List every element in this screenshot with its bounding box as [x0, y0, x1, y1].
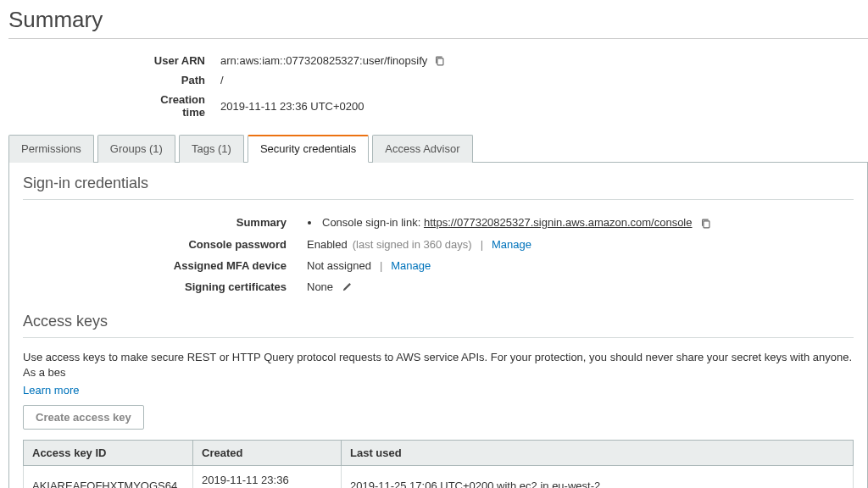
- cred-row-console-password: Console password Enabled (last signed in…: [150, 234, 854, 255]
- divider: [23, 337, 854, 338]
- cred-label-console-password: Console password: [150, 238, 307, 251]
- pencil-icon[interactable]: [342, 281, 353, 292]
- meta-label-path: Path: [136, 74, 220, 86]
- tab-groups[interactable]: Groups (1): [97, 135, 175, 163]
- meta-value-path: /: [220, 74, 224, 86]
- cred-label-mfa: Assigned MFA device: [150, 259, 307, 272]
- col-access-key-id: Access key ID: [24, 440, 193, 465]
- divider: [23, 199, 854, 200]
- panel-security-credentials: Sign-in credentials Summary Console sign…: [8, 163, 868, 488]
- separator: |: [481, 238, 483, 251]
- tab-security-credentials[interactable]: Security credentials: [248, 135, 369, 163]
- signing-cert-value: None: [307, 280, 333, 293]
- cell-created: 2019-11-11 23:36 UTC+0200: [193, 465, 342, 488]
- tab-tags[interactable]: Tags (1): [179, 135, 244, 163]
- meta-value-creation: 2019-11-11 23:36 UTC+0200: [220, 100, 364, 113]
- separator: |: [380, 259, 382, 272]
- tabs: Permissions Groups (1) Tags (1) Security…: [8, 134, 868, 163]
- cell-access-key-id: AKIAREAFOFHXTMYOGS64: [24, 465, 193, 488]
- page-title: Summary: [8, 7, 868, 33]
- meta-row-path: Path /: [136, 70, 868, 90]
- manage-mfa-link[interactable]: Manage: [391, 259, 431, 272]
- section-title-access-keys: Access keys: [23, 313, 854, 330]
- col-last-used: Last used: [342, 440, 854, 465]
- create-access-key-button[interactable]: Create access key: [23, 405, 144, 430]
- svg-rect-1: [704, 221, 709, 228]
- meta-label-creation: Creation time: [136, 93, 220, 119]
- console-password-note: (last signed in 360 days): [353, 238, 472, 251]
- cred-row-signing-cert: Signing certificates None: [150, 276, 854, 297]
- cred-label-signing-cert: Signing certificates: [150, 280, 307, 293]
- access-keys-description: Use access keys to make secure REST or H…: [23, 350, 854, 380]
- meta-label-arn: User ARN: [136, 54, 220, 67]
- table-row: AKIAREAFOFHXTMYOGS64 2019-11-11 23:36 UT…: [24, 465, 854, 488]
- learn-more-link[interactable]: Learn more: [23, 384, 79, 396]
- svg-rect-0: [437, 58, 443, 64]
- access-keys-table: Access key ID Created Last used AKIAREAF…: [23, 440, 854, 488]
- tab-access-advisor[interactable]: Access Advisor: [372, 135, 472, 163]
- tab-permissions[interactable]: Permissions: [8, 135, 94, 163]
- manage-password-link[interactable]: Manage: [492, 238, 531, 251]
- meta-row-arn: User ARN arn:aws:iam::077320825327:user/…: [136, 51, 868, 70]
- signin-credentials: Summary Console sign-in link: https://07…: [150, 212, 854, 297]
- cred-row-summary: Summary Console sign-in link: https://07…: [150, 212, 854, 234]
- divider: [8, 38, 868, 39]
- mfa-value: Not assigned: [307, 259, 371, 272]
- signin-link-prefix: Console sign-in link:: [322, 216, 424, 229]
- copy-icon[interactable]: [434, 55, 446, 67]
- section-title-signin: Sign-in credentials: [23, 175, 854, 192]
- console-signin-link[interactable]: https://077320825327.signin.aws.amazon.c…: [424, 216, 693, 229]
- copy-icon[interactable]: [700, 218, 712, 230]
- cred-row-mfa: Assigned MFA device Not assigned | Manag…: [150, 255, 854, 276]
- console-password-value: Enabled: [307, 238, 348, 251]
- user-meta: User ARN arn:aws:iam::077320825327:user/…: [136, 51, 868, 122]
- meta-row-creation: Creation time 2019-11-11 23:36 UTC+0200: [136, 90, 868, 122]
- cred-label-summary: Summary: [150, 216, 307, 229]
- meta-value-arn: arn:aws:iam::077320825327:user/finopsify: [220, 54, 427, 67]
- cell-last-used: 2019-11-25 17:06 UTC+0200 with ec2 in eu…: [342, 465, 854, 488]
- col-created: Created: [193, 440, 342, 465]
